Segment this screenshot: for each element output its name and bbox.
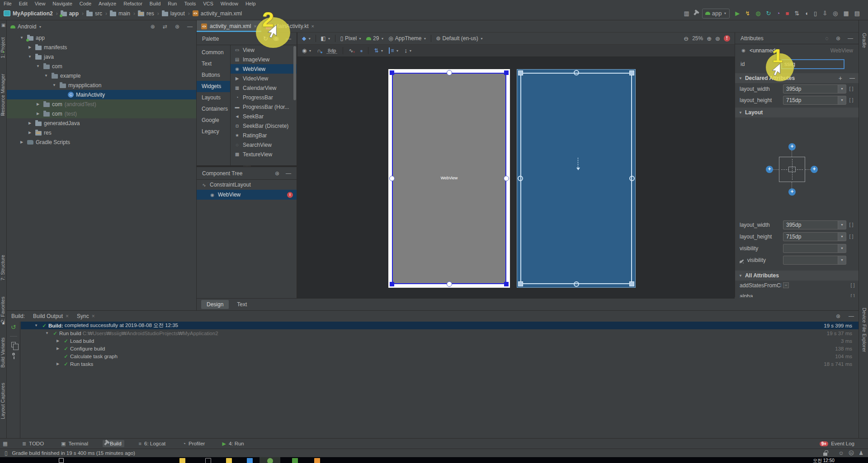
taskbar-app-icon[interactable] [226,458,232,463]
stop-icon[interactable]: ■ [785,10,789,17]
theme-select[interactable]: ◎ AppTheme▼ [388,35,426,42]
taskbar-app-icon[interactable] [205,458,211,463]
palette-category-google[interactable]: Google [197,115,230,126]
tree-item-com[interactable]: ▼com [7,61,196,71]
hide-panel-icon[interactable]: — [187,23,193,30]
sidebar-item-gradle[interactable]: Gradle [860,29,867,52]
attribute-row-layout-width-2[interactable]: layout_width 395dp ▼ [] [735,219,859,230]
add-bottom-constraint-button[interactable]: + [788,188,796,196]
palette-category-buttons[interactable]: Buttons [197,70,230,81]
palette-category-containers[interactable]: Containers [197,103,230,115]
component-webview[interactable]: ◉ WebView ! [197,190,297,200]
resize-handle[interactable] [518,70,523,75]
zoom-fit-button[interactable]: ⊚ [715,35,720,42]
close-icon[interactable]: × [66,313,69,319]
add-left-constraint-button[interactable]: + [766,166,773,173]
toolwindow-todo[interactable]: ≣TODO [19,440,47,448]
gear-icon[interactable]: ⊛ [836,313,840,319]
constraint-anchor[interactable] [574,70,579,75]
dropdown-button[interactable]: ▼ [838,85,846,93]
taskbar-app-icon[interactable] [314,458,320,463]
api-version-select[interactable]: 29▼ [366,35,384,42]
menu-navigate[interactable]: Navigate [49,1,75,6]
attribute-row-alpha[interactable]: alpha [] [735,290,859,297]
export-icon[interactable] [11,342,16,347]
menu-view[interactable]: View [31,1,49,6]
constraint-anchor[interactable] [629,176,635,181]
attribute-row-layout-width[interactable]: layout_width 395dp ▼ [] [735,83,859,94]
breadcrumb-project[interactable]: MyApplication2› [4,10,59,17]
attribute-row-tools-visibility[interactable]: visibility ▼ [735,254,859,266]
locale-select[interactable]: ⊚ Default (en-us)▼ [436,35,483,42]
palette-item-textureview[interactable]: ▩TextureView [231,150,297,159]
menu-edit[interactable]: Edit [15,1,31,6]
build-row-run-build[interactable]: ▼ ✓ Run build C:₩Users₩ssiig₩AndroidStud… [21,329,859,337]
gear-icon[interactable]: ⊛ [836,35,840,42]
project-view-select[interactable]: Android [18,23,36,30]
gear-icon[interactable]: ⊛ [175,23,179,30]
sidebar-item-structure[interactable]: 7: Structure [0,246,7,289]
taskbar-ime-icon[interactable] [59,458,64,463]
locate-file-icon[interactable]: ⊕ [151,23,155,30]
taskbar-active-app[interactable] [259,457,280,463]
toolwindow-logcat[interactable]: ≡6: Logcat [136,440,169,447]
section-declared-attributes[interactable]: ▼Declared Attributes + — [735,73,859,83]
build-row-run-tasks[interactable]: ▶ ✓ Run tasks 18 s 741 ms [21,360,859,368]
resize-handle[interactable] [390,70,394,75]
toolbar-grid-icon[interactable]: ▤ [854,10,860,17]
dropdown-button[interactable]: ▼ [838,244,846,253]
resize-handle[interactable] [629,281,634,286]
palette-scrollbar[interactable] [293,46,296,100]
menu-window[interactable]: Window [217,1,242,6]
attribute-row-visibility[interactable]: visibility ▼ [735,243,859,254]
design-surface-select[interactable]: ◆▼ [302,35,311,42]
hide-panel-icon[interactable]: — [286,170,291,177]
breadcrumb-app[interactable]: app› [61,10,85,17]
event-log-button[interactable]: 9+ Event Log [817,440,857,447]
palette-item-progressbar-horizontal[interactable]: ▬ProgressBar (Hor... [231,102,297,112]
sidebar-item-build-variants[interactable]: Build Variants [0,337,7,368]
layout-width-value[interactable]: 395dp ▼ [783,84,846,94]
autoconnect-icon[interactable]: ∩ [317,47,321,54]
gear-icon[interactable]: ⊛ [275,170,279,177]
tree-item-myapplication[interactable]: ▼myapplication [7,80,196,90]
status-message[interactable]: Gradle build finished in 19 s 400 ms (15… [12,450,135,456]
breadcrumb-main[interactable]: main› [110,10,136,17]
menu-vcs[interactable]: VCS [199,1,217,6]
layout-width-value[interactable]: 395dp ▼ [783,220,846,229]
build-row-root[interactable]: ▼ ✓ Build: completed successfully at 201… [21,322,859,329]
palette-category-widgets[interactable]: Widgets [197,81,230,92]
pin-icon[interactable] [12,353,15,355]
resource-flag-icon[interactable]: [] [848,234,854,239]
attribute-row-layout-height[interactable]: layout_height 715dp ▼ [] [735,94,859,106]
resize-handle[interactable] [390,282,394,286]
tab-activity-main-xml[interactable]: <> activity_main.xml × [197,20,261,32]
dropdown-button[interactable]: ▼ [838,221,846,229]
resource-flag-icon[interactable]: [] [848,222,854,227]
palette-item-seekbar[interactable]: ◄SeekBar [231,112,297,121]
menu-file[interactable]: File [0,1,15,6]
tree-item-app[interactable]: ▼app [7,33,196,42]
device-preview-design[interactable]: WebView [388,69,510,288]
constraint-anchor[interactable] [389,176,395,181]
tree-item-com-test[interactable]: ▶com(test) [7,109,196,118]
palette-item-calendarview[interactable]: ▦CalendarView [231,83,297,93]
section-all-attributes[interactable]: ▼All Attributes [735,271,859,281]
palette-item-view[interactable]: ▭View [231,45,297,55]
toolwindow-profiler[interactable]: ◔Profiler [180,440,208,447]
device-preview-blueprint[interactable] [517,69,636,288]
gradle-sync-icon[interactable]: ◖ [805,10,808,17]
add-top-constraint-button[interactable]: + [788,143,796,150]
default-margin-select[interactable]: 8dp [326,48,337,54]
toggle-toolwindows-icon[interactable]: ▯ [5,450,8,456]
breadcrumb-src[interactable]: src› [86,10,108,17]
run-configuration-select[interactable]: app▼ [702,9,730,19]
resize-handle[interactable] [504,282,509,286]
palette-category-text[interactable]: Text [197,58,230,70]
taskbar-app-icon[interactable] [292,458,298,463]
happy-face-icon[interactable]: ☺ [838,450,844,456]
palette-item-progressbar[interactable]: ◔ProgressBar [231,93,297,102]
resource-flag-icon[interactable]: [] [849,283,856,288]
lock-icon[interactable] [823,453,827,456]
resize-handle[interactable] [629,70,634,75]
